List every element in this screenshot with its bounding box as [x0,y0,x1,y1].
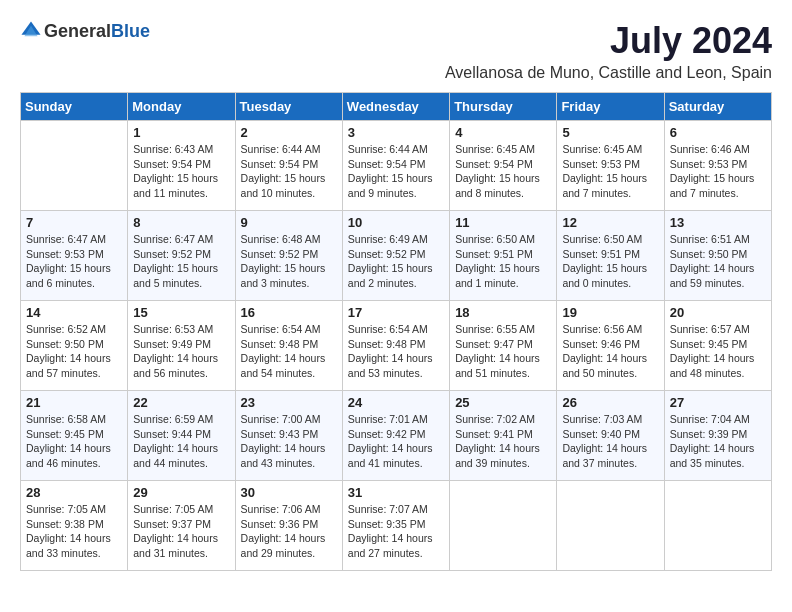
location-title: Avellanosa de Muno, Castille and Leon, S… [445,64,772,82]
sunset: Sunset: 9:52 PM [133,248,211,260]
day-info: Sunrise: 6:47 AM Sunset: 9:52 PM Dayligh… [133,232,229,291]
daylight: Daylight: 14 hours and 41 minutes. [348,442,433,469]
sunset: Sunset: 9:53 PM [26,248,104,260]
week-row-1: 7 Sunrise: 6:47 AM Sunset: 9:53 PM Dayli… [21,211,772,301]
day-info: Sunrise: 6:50 AM Sunset: 9:51 PM Dayligh… [562,232,658,291]
logo-general: General [44,21,111,41]
sunset: Sunset: 9:41 PM [455,428,533,440]
day-number: 16 [241,305,337,320]
week-row-4: 28 Sunrise: 7:05 AM Sunset: 9:38 PM Dayl… [21,481,772,571]
daylight: Daylight: 14 hours and 29 minutes. [241,532,326,559]
calendar-cell [557,481,664,571]
daylight: Daylight: 14 hours and 46 minutes. [26,442,111,469]
sunrise: Sunrise: 6:50 AM [562,233,642,245]
daylight: Daylight: 15 hours and 3 minutes. [241,262,326,289]
day-info: Sunrise: 6:56 AM Sunset: 9:46 PM Dayligh… [562,322,658,381]
sunset: Sunset: 9:51 PM [455,248,533,260]
week-row-2: 14 Sunrise: 6:52 AM Sunset: 9:50 PM Dayl… [21,301,772,391]
sunset: Sunset: 9:53 PM [562,158,640,170]
calendar-cell: 15 Sunrise: 6:53 AM Sunset: 9:49 PM Dayl… [128,301,235,391]
day-info: Sunrise: 7:05 AM Sunset: 9:38 PM Dayligh… [26,502,122,561]
sunset: Sunset: 9:54 PM [348,158,426,170]
sunrise: Sunrise: 7:05 AM [133,503,213,515]
daylight: Daylight: 14 hours and 59 minutes. [670,262,755,289]
day-number: 7 [26,215,122,230]
daylight: Daylight: 15 hours and 8 minutes. [455,172,540,199]
header-sunday: Sunday [21,93,128,121]
daylight: Daylight: 14 hours and 53 minutes. [348,352,433,379]
calendar-cell: 14 Sunrise: 6:52 AM Sunset: 9:50 PM Dayl… [21,301,128,391]
calendar-cell: 27 Sunrise: 7:04 AM Sunset: 9:39 PM Dayl… [664,391,771,481]
logo-blue: Blue [111,21,150,41]
sunrise: Sunrise: 6:51 AM [670,233,750,245]
calendar-cell: 2 Sunrise: 6:44 AM Sunset: 9:54 PM Dayli… [235,121,342,211]
day-info: Sunrise: 6:59 AM Sunset: 9:44 PM Dayligh… [133,412,229,471]
day-info: Sunrise: 6:53 AM Sunset: 9:49 PM Dayligh… [133,322,229,381]
day-number: 9 [241,215,337,230]
calendar-cell: 12 Sunrise: 6:50 AM Sunset: 9:51 PM Dayl… [557,211,664,301]
day-number: 10 [348,215,444,230]
sunset: Sunset: 9:54 PM [455,158,533,170]
day-number: 1 [133,125,229,140]
calendar-cell: 5 Sunrise: 6:45 AM Sunset: 9:53 PM Dayli… [557,121,664,211]
sunset: Sunset: 9:52 PM [241,248,319,260]
day-info: Sunrise: 7:01 AM Sunset: 9:42 PM Dayligh… [348,412,444,471]
day-info: Sunrise: 7:05 AM Sunset: 9:37 PM Dayligh… [133,502,229,561]
daylight: Daylight: 15 hours and 10 minutes. [241,172,326,199]
day-number: 30 [241,485,337,500]
daylight: Daylight: 14 hours and 57 minutes. [26,352,111,379]
calendar-cell: 1 Sunrise: 6:43 AM Sunset: 9:54 PM Dayli… [128,121,235,211]
sunset: Sunset: 9:51 PM [562,248,640,260]
daylight: Daylight: 15 hours and 5 minutes. [133,262,218,289]
sunset: Sunset: 9:43 PM [241,428,319,440]
logo-icon [20,20,42,42]
title-block: July 2024 Avellanosa de Muno, Castille a… [445,20,772,82]
sunrise: Sunrise: 6:54 AM [348,323,428,335]
calendar-cell: 19 Sunrise: 6:56 AM Sunset: 9:46 PM Dayl… [557,301,664,391]
calendar-cell: 28 Sunrise: 7:05 AM Sunset: 9:38 PM Dayl… [21,481,128,571]
sunrise: Sunrise: 6:56 AM [562,323,642,335]
sunset: Sunset: 9:39 PM [670,428,748,440]
day-number: 29 [133,485,229,500]
calendar-cell: 8 Sunrise: 6:47 AM Sunset: 9:52 PM Dayli… [128,211,235,301]
day-number: 12 [562,215,658,230]
calendar-cell: 9 Sunrise: 6:48 AM Sunset: 9:52 PM Dayli… [235,211,342,301]
day-number: 11 [455,215,551,230]
daylight: Daylight: 14 hours and 33 minutes. [26,532,111,559]
calendar-cell: 21 Sunrise: 6:58 AM Sunset: 9:45 PM Dayl… [21,391,128,481]
sunrise: Sunrise: 6:53 AM [133,323,213,335]
header-monday: Monday [128,93,235,121]
day-info: Sunrise: 6:50 AM Sunset: 9:51 PM Dayligh… [455,232,551,291]
calendar-table: SundayMondayTuesdayWednesdayThursdayFrid… [20,92,772,571]
day-info: Sunrise: 6:47 AM Sunset: 9:53 PM Dayligh… [26,232,122,291]
sunrise: Sunrise: 6:44 AM [241,143,321,155]
day-number: 26 [562,395,658,410]
day-number: 8 [133,215,229,230]
sunset: Sunset: 9:38 PM [26,518,104,530]
sunset: Sunset: 9:54 PM [133,158,211,170]
calendar-cell [664,481,771,571]
sunrise: Sunrise: 6:58 AM [26,413,106,425]
sunrise: Sunrise: 6:57 AM [670,323,750,335]
sunrise: Sunrise: 6:43 AM [133,143,213,155]
day-info: Sunrise: 6:48 AM Sunset: 9:52 PM Dayligh… [241,232,337,291]
sunset: Sunset: 9:54 PM [241,158,319,170]
day-info: Sunrise: 6:51 AM Sunset: 9:50 PM Dayligh… [670,232,766,291]
day-number: 4 [455,125,551,140]
sunrise: Sunrise: 6:45 AM [562,143,642,155]
daylight: Daylight: 15 hours and 7 minutes. [670,172,755,199]
day-number: 2 [241,125,337,140]
sunrise: Sunrise: 6:46 AM [670,143,750,155]
daylight: Daylight: 14 hours and 48 minutes. [670,352,755,379]
sunset: Sunset: 9:49 PM [133,338,211,350]
day-number: 6 [670,125,766,140]
sunset: Sunset: 9:42 PM [348,428,426,440]
header-row: SundayMondayTuesdayWednesdayThursdayFrid… [21,93,772,121]
week-row-0: 1 Sunrise: 6:43 AM Sunset: 9:54 PM Dayli… [21,121,772,211]
sunrise: Sunrise: 6:50 AM [455,233,535,245]
calendar-cell: 30 Sunrise: 7:06 AM Sunset: 9:36 PM Dayl… [235,481,342,571]
daylight: Daylight: 15 hours and 7 minutes. [562,172,647,199]
daylight: Daylight: 14 hours and 56 minutes. [133,352,218,379]
day-info: Sunrise: 6:54 AM Sunset: 9:48 PM Dayligh… [348,322,444,381]
day-info: Sunrise: 6:54 AM Sunset: 9:48 PM Dayligh… [241,322,337,381]
